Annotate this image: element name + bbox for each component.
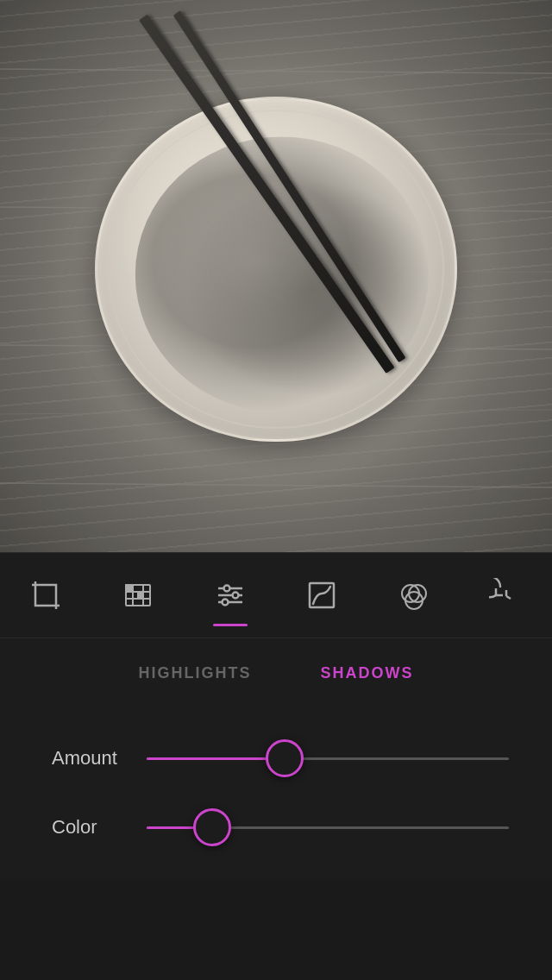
color-thumb[interactable] xyxy=(193,808,231,846)
color-slider-row: Color xyxy=(0,793,552,862)
svg-point-21 xyxy=(405,592,423,609)
toolbar-item-filters[interactable] xyxy=(104,561,172,630)
svg-point-7 xyxy=(65,97,108,128)
curves-icon xyxy=(304,578,339,612)
tab-shadows[interactable]: SHADOWS xyxy=(312,664,423,689)
history-icon xyxy=(489,578,524,612)
plate xyxy=(95,97,457,442)
toolbar-item-adjustments[interactable] xyxy=(196,561,265,630)
crop-icon xyxy=(28,578,63,612)
amount-fill xyxy=(147,757,285,760)
color-slider[interactable] xyxy=(147,810,509,845)
svg-line-23 xyxy=(506,596,511,599)
adjustments-icon xyxy=(213,578,248,612)
svg-line-6 xyxy=(0,483,552,487)
svg-line-0 xyxy=(0,69,552,73)
svg-rect-11 xyxy=(138,592,143,599)
toolbar-item-blend[interactable] xyxy=(380,561,448,630)
photo-area xyxy=(0,0,552,552)
tab-highlights[interactable]: HIGHLIGHTS xyxy=(130,664,260,689)
amount-label: Amount xyxy=(52,747,129,770)
svg-point-15 xyxy=(223,586,229,592)
toolbar-item-curves[interactable] xyxy=(287,561,356,630)
amount-track xyxy=(147,757,509,760)
toolbar xyxy=(0,552,552,638)
blend-icon xyxy=(397,578,431,612)
color-label: Color xyxy=(52,816,129,839)
filters-icon xyxy=(121,578,155,612)
svg-point-16 xyxy=(232,593,238,599)
svg-point-8 xyxy=(76,105,97,119)
toolbar-item-history[interactable] xyxy=(472,561,541,630)
photo-background xyxy=(0,0,552,552)
amount-thumb[interactable] xyxy=(266,739,304,777)
color-track xyxy=(147,826,509,829)
toolbar-item-crop[interactable] xyxy=(11,561,80,630)
adjustment-tabs: HIGHLIGHTS SHADOWS xyxy=(0,664,552,689)
controls-panel: HIGHLIGHTS SHADOWS Amount Color xyxy=(0,638,552,879)
svg-rect-10 xyxy=(126,585,133,592)
amount-slider[interactable] xyxy=(147,741,509,776)
svg-point-17 xyxy=(222,600,228,606)
amount-slider-row: Amount xyxy=(0,724,552,793)
